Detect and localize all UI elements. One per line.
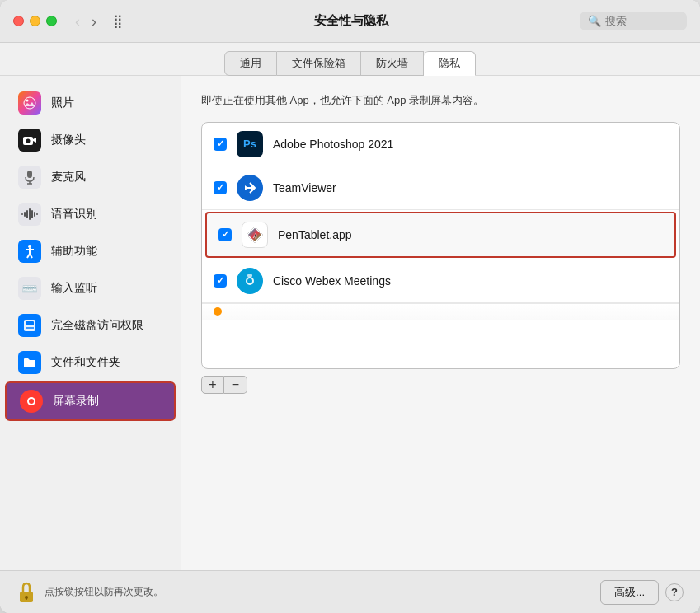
sidebar-label-disk: 完全磁盘访问权限 xyxy=(51,318,143,333)
search-box[interactable]: 🔍 xyxy=(580,12,687,30)
close-button[interactable] xyxy=(13,16,24,26)
panel-description: 即使正在使用其他 App，也允许下面的 App 录制屏幕内容。 xyxy=(201,92,680,109)
help-button[interactable]: ? xyxy=(665,583,684,601)
files-icon xyxy=(18,351,41,374)
nav-buttons: ‹ › xyxy=(72,12,100,30)
cisco-icon xyxy=(237,268,263,294)
sidebar-label-screen: 屏幕录制 xyxy=(53,394,99,409)
tab-filevault[interactable]: 文件保险箱 xyxy=(277,51,361,76)
sidebar-item-accessibility[interactable]: 辅助功能 xyxy=(5,233,176,269)
maximize-button[interactable] xyxy=(46,16,57,26)
svg-marker-3 xyxy=(33,138,36,143)
app-item-photoshop[interactable]: Ps Adobe Photoshop 2021 xyxy=(202,123,679,166)
cisco-name: Cisco Webex Meetings xyxy=(273,274,391,288)
footer: 点按锁按钮以防再次更改。 高级... ? xyxy=(0,570,700,613)
input-icon: ⌨️ xyxy=(18,277,41,300)
app-item-cisco[interactable]: Cisco Webex Meetings xyxy=(202,260,679,303)
sidebar-label-files: 文件和文件夹 xyxy=(51,355,120,370)
lock-icon[interactable] xyxy=(16,581,36,604)
disk-icon xyxy=(18,314,41,337)
sidebar-label-mic: 麦克风 xyxy=(51,170,86,185)
app-item-pentablet[interactable]: PenTablet.app xyxy=(205,212,676,258)
sidebar-label-input: 输入监听 xyxy=(51,281,97,296)
camera-icon xyxy=(18,129,41,152)
svg-rect-5 xyxy=(27,171,32,178)
minimize-button[interactable] xyxy=(30,16,40,26)
add-button[interactable]: + xyxy=(201,376,224,394)
svg-point-31 xyxy=(247,278,252,283)
sidebar-label-voice: 语音识别 xyxy=(51,207,97,222)
svg-point-0 xyxy=(24,97,35,109)
search-input[interactable] xyxy=(605,15,679,27)
main-window: ‹ › ⣿ 安全性与隐私 🔍 通用 文件保险箱 防火墙 隐私 xyxy=(0,0,700,613)
remove-button[interactable]: − xyxy=(224,376,247,394)
advanced-button[interactable]: 高级... xyxy=(600,580,659,605)
list-controls: + − xyxy=(201,376,680,394)
photoshop-checkbox[interactable] xyxy=(214,138,227,151)
lock-area: 点按锁按钮以防再次更改。 xyxy=(16,581,600,604)
back-button[interactable]: ‹ xyxy=(72,12,83,30)
teamviewer-name: TeamViewer xyxy=(273,181,336,194)
voice-icon xyxy=(18,203,41,226)
photos-icon xyxy=(18,91,41,115)
sidebar-item-input[interactable]: ⌨️ 输入监听 xyxy=(5,270,176,306)
pentablet-icon xyxy=(242,222,268,248)
right-panel: 即使正在使用其他 App，也允许下面的 App 录制屏幕内容。 Ps Adobe… xyxy=(181,76,700,570)
svg-rect-21 xyxy=(26,321,34,325)
photoshop-icon: Ps xyxy=(237,131,263,157)
tab-general[interactable]: 通用 xyxy=(224,51,277,76)
svg-point-1 xyxy=(26,100,29,102)
sidebar-item-files[interactable]: 文件和文件夹 xyxy=(5,344,176,381)
app-item-teamviewer[interactable]: TeamViewer xyxy=(202,166,679,210)
tabs-bar: 通用 文件保险箱 防火墙 隐私 xyxy=(0,43,700,76)
pentablet-name: PenTablet.app xyxy=(278,228,352,241)
mic-icon xyxy=(18,166,41,189)
titlebar: ‹ › ⣿ 安全性与隐私 🔍 xyxy=(0,0,700,43)
search-icon: 🔍 xyxy=(588,15,601,27)
sidebar: 照片 摄像头 xyxy=(0,76,181,570)
window-title: 安全性与隐私 xyxy=(131,13,571,29)
pentablet-checkbox[interactable] xyxy=(218,228,232,241)
svg-point-15 xyxy=(28,245,31,248)
sidebar-label-camera: 摄像头 xyxy=(51,133,86,147)
cisco-checkbox[interactable] xyxy=(214,274,227,288)
tab-privacy[interactable]: 隐私 xyxy=(424,51,476,76)
screen-icon xyxy=(20,390,43,413)
forward-button[interactable]: › xyxy=(88,12,100,30)
sidebar-label-photos: 照片 xyxy=(51,96,74,110)
app-list: Ps Adobe Photoshop 2021 TeamViewe xyxy=(201,122,680,369)
partial-row xyxy=(202,303,679,320)
sidebar-item-camera[interactable]: 摄像头 xyxy=(5,122,176,158)
tab-firewall[interactable]: 防火墙 xyxy=(361,51,424,76)
sidebar-item-mic[interactable]: 麦克风 xyxy=(5,159,176,195)
teamviewer-icon xyxy=(237,175,263,201)
svg-line-19 xyxy=(30,254,32,258)
svg-rect-32 xyxy=(247,274,252,277)
teamviewer-checkbox[interactable] xyxy=(214,181,227,194)
traffic-lights xyxy=(13,16,57,26)
sidebar-label-accessibility: 辅助功能 xyxy=(51,244,97,259)
svg-point-4 xyxy=(26,139,31,143)
grid-icon[interactable]: ⣿ xyxy=(113,13,123,29)
main-content: 照片 摄像头 xyxy=(0,76,700,570)
footer-buttons: 高级... ? xyxy=(600,580,684,605)
partial-dot xyxy=(214,307,222,316)
sidebar-item-voice[interactable]: 语音识别 xyxy=(5,196,176,232)
photoshop-name: Adobe Photoshop 2021 xyxy=(273,138,393,151)
lock-text: 点按锁按钮以防再次更改。 xyxy=(45,585,163,599)
accessibility-icon xyxy=(18,240,41,263)
sidebar-item-screen[interactable]: 屏幕录制 xyxy=(5,381,176,421)
sidebar-item-photos[interactable]: 照片 xyxy=(5,85,176,121)
sidebar-item-disk[interactable]: 完全磁盘访问权限 xyxy=(5,307,176,344)
svg-point-24 xyxy=(29,399,34,404)
